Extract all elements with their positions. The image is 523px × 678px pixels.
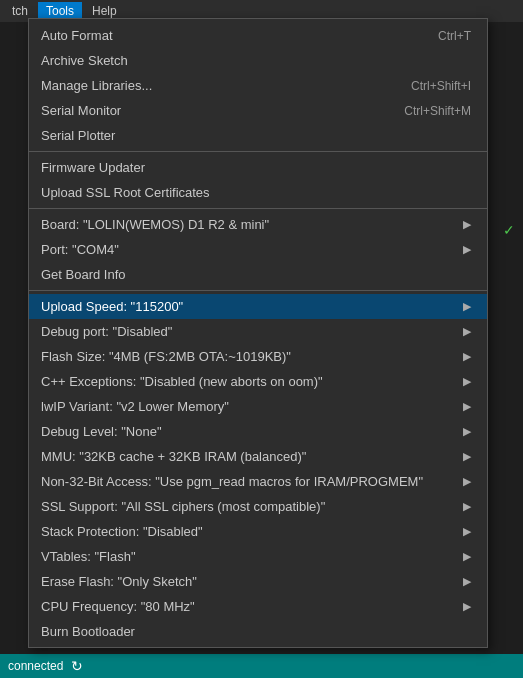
menu-item-label-15: Flash Size: "4MB (FS:2MB OTA:~1019KB)" — [41, 349, 455, 364]
menu-item-arrow-24: ▶ — [463, 575, 471, 588]
menu-item-arrow-25: ▶ — [463, 600, 471, 613]
menu-item-label-23: VTables: "Flash" — [41, 549, 455, 564]
menu-item-17[interactable]: lwIP Variant: "v2 Lower Memory"▶ — [29, 394, 487, 419]
menu-item-22[interactable]: Stack Protection: "Disabled"▶ — [29, 519, 487, 544]
menu-separator-5 — [29, 151, 487, 152]
menu-separator-12 — [29, 290, 487, 291]
menu-item-arrow-16: ▶ — [463, 375, 471, 388]
menu-item-4[interactable]: Serial Plotter — [29, 123, 487, 148]
menu-item-arrow-17: ▶ — [463, 400, 471, 413]
menu-item-label-7: Upload SSL Root Certificates — [41, 185, 471, 200]
menu-item-label-3: Serial Monitor — [41, 103, 364, 118]
menu-item-15[interactable]: Flash Size: "4MB (FS:2MB OTA:~1019KB)"▶ — [29, 344, 487, 369]
menu-item-24[interactable]: Erase Flash: "Only Sketch"▶ — [29, 569, 487, 594]
menu-item-2[interactable]: Manage Libraries...Ctrl+Shift+I — [29, 73, 487, 98]
menu-item-9[interactable]: Board: "LOLIN(WEMOS) D1 R2 & mini"▶ — [29, 212, 487, 237]
menu-item-label-21: SSL Support: "All SSL ciphers (most comp… — [41, 499, 455, 514]
menu-item-label-24: Erase Flash: "Only Sketch" — [41, 574, 455, 589]
tools-dropdown-menu: Auto FormatCtrl+TArchive SketchManage Li… — [28, 18, 488, 648]
menu-item-6[interactable]: Firmware Updater — [29, 155, 487, 180]
menu-item-shortcut-3: Ctrl+Shift+M — [404, 104, 471, 118]
menu-separator-8 — [29, 208, 487, 209]
menu-item-label-2: Manage Libraries... — [41, 78, 371, 93]
menu-item-label-26: Burn Bootloader — [41, 624, 471, 639]
menu-item-16[interactable]: C++ Exceptions: "Disabled (new aborts on… — [29, 369, 487, 394]
menu-item-label-20: Non-32-Bit Access: "Use pgm_read macros … — [41, 474, 455, 489]
menu-item-arrow-9: ▶ — [463, 218, 471, 231]
menu-item-label-11: Get Board Info — [41, 267, 471, 282]
menu-item-arrow-23: ▶ — [463, 550, 471, 563]
menu-item-23[interactable]: VTables: "Flash"▶ — [29, 544, 487, 569]
menu-item-1[interactable]: Archive Sketch — [29, 48, 487, 73]
checkmark-indicator: ✓ — [503, 222, 515, 238]
menu-item-label-4: Serial Plotter — [41, 128, 471, 143]
menu-item-0[interactable]: Auto FormatCtrl+T — [29, 23, 487, 48]
menu-item-11[interactable]: Get Board Info — [29, 262, 487, 287]
menu-item-arrow-14: ▶ — [463, 325, 471, 338]
menu-item-25[interactable]: CPU Frequency: "80 MHz"▶ — [29, 594, 487, 619]
menu-item-13[interactable]: Upload Speed: "115200"▶ — [29, 294, 487, 319]
menu-item-label-22: Stack Protection: "Disabled" — [41, 524, 455, 539]
menu-item-label-10: Port: "COM4" — [41, 242, 455, 257]
menu-item-label-19: MMU: "32KB cache + 32KB IRAM (balanced)" — [41, 449, 455, 464]
status-bar: connected ↻ — [0, 654, 523, 678]
menu-item-arrow-20: ▶ — [463, 475, 471, 488]
menu-item-shortcut-0: Ctrl+T — [438, 29, 471, 43]
menu-item-label-13: Upload Speed: "115200" — [41, 299, 455, 314]
menu-item-10[interactable]: Port: "COM4"▶ — [29, 237, 487, 262]
menu-item-21[interactable]: SSL Support: "All SSL ciphers (most comp… — [29, 494, 487, 519]
menu-item-arrow-13: ▶ — [463, 300, 471, 313]
menu-item-arrow-18: ▶ — [463, 425, 471, 438]
menu-item-18[interactable]: Debug Level: "None"▶ — [29, 419, 487, 444]
menu-item-26[interactable]: Burn Bootloader — [29, 619, 487, 643]
menu-item-label-16: C++ Exceptions: "Disabled (new aborts on… — [41, 374, 455, 389]
menu-item-arrow-10: ▶ — [463, 243, 471, 256]
connection-status: connected — [8, 659, 63, 673]
menu-item-label-0: Auto Format — [41, 28, 398, 43]
menu-item-arrow-21: ▶ — [463, 500, 471, 513]
menu-item-label-1: Archive Sketch — [41, 53, 471, 68]
menu-item-3[interactable]: Serial MonitorCtrl+Shift+M — [29, 98, 487, 123]
menu-item-label-18: Debug Level: "None" — [41, 424, 455, 439]
menu-item-arrow-19: ▶ — [463, 450, 471, 463]
menu-item-arrow-15: ▶ — [463, 350, 471, 363]
menu-item-label-25: CPU Frequency: "80 MHz" — [41, 599, 455, 614]
menu-item-20[interactable]: Non-32-Bit Access: "Use pgm_read macros … — [29, 469, 487, 494]
menu-item-19[interactable]: MMU: "32KB cache + 32KB IRAM (balanced)"… — [29, 444, 487, 469]
menu-item-label-17: lwIP Variant: "v2 Lower Memory" — [41, 399, 455, 414]
menu-item-label-6: Firmware Updater — [41, 160, 471, 175]
menu-item-arrow-22: ▶ — [463, 525, 471, 538]
menu-item-shortcut-2: Ctrl+Shift+I — [411, 79, 471, 93]
menu-item-label-9: Board: "LOLIN(WEMOS) D1 R2 & mini" — [41, 217, 455, 232]
menu-item-14[interactable]: Debug port: "Disabled"▶ — [29, 319, 487, 344]
refresh-icon[interactable]: ↻ — [71, 658, 83, 674]
menu-item-7[interactable]: Upload SSL Root Certificates — [29, 180, 487, 205]
menu-item-label-14: Debug port: "Disabled" — [41, 324, 455, 339]
